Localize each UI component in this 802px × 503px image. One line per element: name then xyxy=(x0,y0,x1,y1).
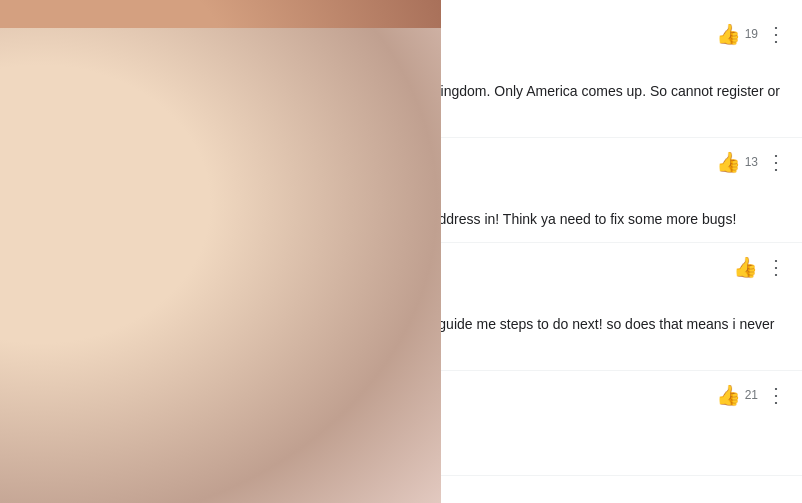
review-actions: 👍 21 ⋮ xyxy=(716,383,786,407)
reviews-list: Andy Collier ★★★★★ March 3, 2018 👍 19 ⋮ xyxy=(0,10,802,476)
thumbs-up-icon[interactable]: 👍 xyxy=(716,383,741,407)
avatar xyxy=(16,255,64,303)
thumbs-up-icon[interactable]: 👍 xyxy=(733,255,758,279)
actions-row: 👍 ⋮ xyxy=(733,255,786,279)
review-actions: 👍 19 ⋮ xyxy=(716,22,786,46)
like-count: 21 xyxy=(745,388,758,402)
more-options-icon[interactable]: ⋮ xyxy=(766,152,786,172)
actions-row: 👍 19 ⋮ xyxy=(716,22,786,46)
like-count: 19 xyxy=(745,27,758,41)
thumbs-up-icon[interactable]: 👍 xyxy=(716,150,741,174)
review-actions: 👍 13 ⋮ xyxy=(716,150,786,174)
review-actions: 👍 ⋮ xyxy=(733,255,786,279)
like-section: 👍 21 xyxy=(716,383,758,407)
like-section: 👍 13 xyxy=(716,150,758,174)
review-header: Carol Cheng ★★★★★ June 19, 2018 👍 ⋮ xyxy=(16,255,786,303)
like-count: 13 xyxy=(745,155,758,169)
thumbs-up-icon[interactable]: 👍 xyxy=(716,22,741,46)
like-section: 👍 19 xyxy=(716,22,758,46)
more-options-icon[interactable]: ⋮ xyxy=(766,257,786,277)
actions-row: 👍 21 ⋮ xyxy=(716,383,786,407)
review-item: Carol Cheng ★★★★★ June 19, 2018 👍 ⋮ mes xyxy=(0,243,802,371)
like-section: 👍 xyxy=(733,255,758,279)
more-options-icon[interactable]: ⋮ xyxy=(766,385,786,405)
more-options-icon[interactable]: ⋮ xyxy=(766,24,786,44)
review-left: Carol Cheng ★★★★★ June 19, 2018 xyxy=(16,255,224,303)
actions-row: 👍 13 ⋮ xyxy=(716,150,786,174)
